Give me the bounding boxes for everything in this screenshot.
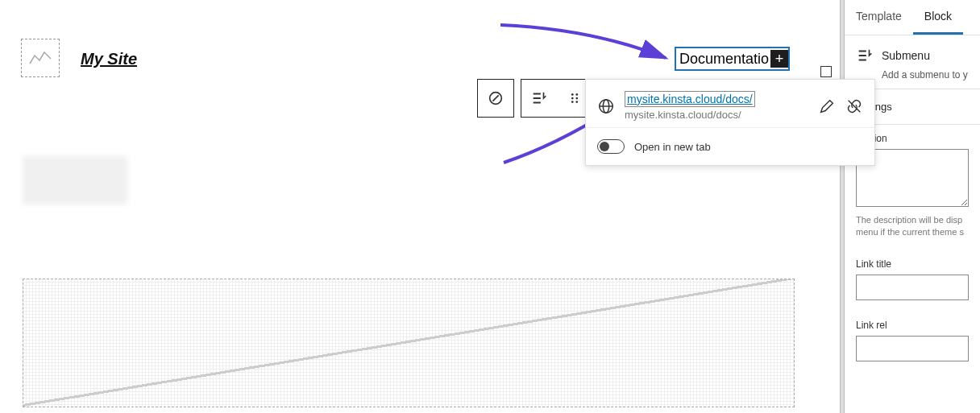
description-help-text: The description will be disp menu if the… (856, 214, 969, 239)
link-url[interactable]: mysite.kinsta.cloud/docs/ (625, 91, 755, 107)
site-logo-placeholder[interactable] (21, 39, 60, 77)
svg-point-4 (571, 97, 574, 100)
svg-point-5 (575, 97, 578, 100)
nav-item-documentation[interactable]: Documentatio + (675, 47, 790, 71)
svg-point-3 (575, 93, 578, 96)
globe-icon (597, 97, 615, 115)
tab-template[interactable]: Template (845, 0, 913, 35)
settings-sidebar: Template Block Submenu Add a submenu to … (845, 0, 980, 413)
edit-link-icon[interactable] (818, 97, 836, 115)
link-title-label: Link title (856, 258, 969, 270)
featured-image-placeholder[interactable] (23, 156, 127, 204)
unlink-icon[interactable] (845, 97, 863, 115)
add-submenu-button[interactable]: + (770, 50, 788, 68)
site-title[interactable]: My Site (81, 50, 137, 68)
block-type-button[interactable] (478, 80, 513, 117)
svg-point-6 (571, 101, 574, 103)
content-area-placeholder[interactable] (23, 279, 795, 407)
submenu-icon-button[interactable] (521, 80, 557, 117)
open-new-tab-label: Open in new tab (634, 141, 711, 153)
nav-item-sibling-placeholder (820, 66, 832, 77)
svg-line-11 (849, 100, 861, 112)
link-rel-label: Link rel (856, 320, 969, 331)
annotation-arrow-icon (496, 21, 672, 66)
svg-point-2 (571, 93, 574, 96)
link-title-input[interactable] (856, 275, 969, 300)
link-rel-input[interactable] (856, 336, 969, 361)
block-name: Submenu (882, 49, 930, 62)
link-popover: mysite.kinsta.cloud/docs/ mysite.kinsta.… (585, 79, 875, 166)
tab-block[interactable]: Block (913, 0, 963, 35)
submenu-block-icon (856, 47, 874, 64)
block-toolbar (477, 79, 593, 118)
link-url-subtext: mysite.kinsta.cloud/docs/ (625, 109, 808, 121)
open-new-tab-toggle[interactable] (597, 139, 625, 154)
nav-item-label: Documentatio (679, 51, 769, 68)
svg-line-1 (492, 95, 498, 101)
svg-point-7 (575, 101, 578, 103)
